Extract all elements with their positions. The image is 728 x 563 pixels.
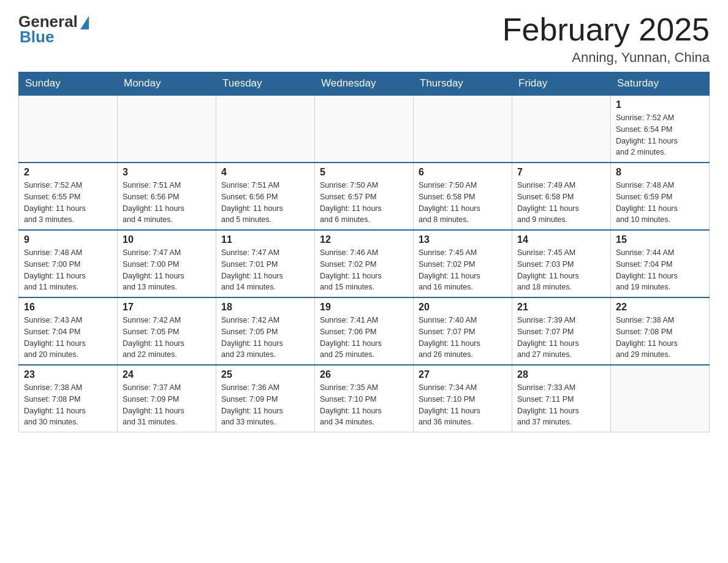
logo-triangle-icon (80, 16, 89, 29)
day-info: Sunrise: 7:51 AMSunset: 6:56 PMDaylight:… (123, 180, 211, 226)
day-info: Sunrise: 7:41 AMSunset: 7:06 PMDaylight:… (320, 315, 408, 361)
day-number: 26 (320, 369, 408, 380)
calendar-cell: 8Sunrise: 7:48 AMSunset: 6:59 PMDaylight… (611, 163, 710, 230)
day-number: 7 (517, 167, 605, 178)
weekday-header-sunday: Sunday (19, 72, 118, 96)
calendar-cell: 16Sunrise: 7:43 AMSunset: 7:04 PMDayligh… (19, 297, 118, 365)
calendar-cell: 12Sunrise: 7:46 AMSunset: 7:02 PMDayligh… (315, 230, 414, 297)
weekday-header-wednesday: Wednesday (315, 72, 414, 96)
weekday-header-tuesday: Tuesday (216, 72, 315, 96)
day-number: 14 (517, 234, 605, 245)
calendar-cell: 22Sunrise: 7:38 AMSunset: 7:08 PMDayligh… (611, 297, 710, 365)
calendar-cell: 28Sunrise: 7:33 AMSunset: 7:11 PMDayligh… (512, 365, 611, 432)
calendar-cell: 27Sunrise: 7:34 AMSunset: 7:10 PMDayligh… (414, 365, 512, 432)
day-number: 12 (320, 234, 408, 245)
logo: General Blue (18, 12, 89, 47)
day-number: 10 (123, 234, 211, 245)
day-number: 27 (419, 369, 507, 380)
day-number: 23 (24, 369, 112, 380)
day-number: 9 (24, 234, 112, 245)
calendar-cell: 24Sunrise: 7:37 AMSunset: 7:09 PMDayligh… (118, 365, 216, 432)
calendar-cell (611, 365, 710, 432)
day-info: Sunrise: 7:52 AMSunset: 6:55 PMDaylight:… (24, 180, 112, 226)
title-area: February 2025 Anning, Yunnan, China (502, 12, 710, 66)
day-info: Sunrise: 7:37 AMSunset: 7:09 PMDaylight:… (123, 382, 211, 428)
day-number: 19 (320, 302, 408, 313)
calendar-cell: 21Sunrise: 7:39 AMSunset: 7:07 PMDayligh… (512, 297, 611, 365)
day-number: 20 (419, 302, 507, 313)
calendar-table: SundayMondayTuesdayWednesdayThursdayFrid… (18, 72, 710, 432)
day-info: Sunrise: 7:46 AMSunset: 7:02 PMDaylight:… (320, 247, 408, 293)
day-number: 6 (419, 167, 507, 178)
day-number: 4 (221, 167, 309, 178)
day-number: 13 (419, 234, 507, 245)
day-number: 3 (123, 167, 211, 178)
weekday-header-friday: Friday (512, 72, 611, 96)
day-number: 15 (616, 234, 704, 245)
weekday-header-row: SundayMondayTuesdayWednesdayThursdayFrid… (19, 72, 710, 96)
calendar-cell: 4Sunrise: 7:51 AMSunset: 6:56 PMDaylight… (216, 163, 315, 230)
day-info: Sunrise: 7:40 AMSunset: 7:07 PMDaylight:… (419, 315, 507, 361)
day-info: Sunrise: 7:47 AMSunset: 7:01 PMDaylight:… (221, 247, 309, 293)
calendar-cell (118, 95, 216, 163)
calendar-cell: 9Sunrise: 7:48 AMSunset: 7:00 PMDaylight… (19, 230, 118, 297)
day-number: 5 (320, 167, 408, 178)
calendar-cell (19, 95, 118, 163)
day-number: 17 (123, 302, 211, 313)
day-info: Sunrise: 7:42 AMSunset: 7:05 PMDaylight:… (221, 315, 309, 361)
day-info: Sunrise: 7:43 AMSunset: 7:04 PMDaylight:… (24, 315, 112, 361)
calendar-cell: 23Sunrise: 7:38 AMSunset: 7:08 PMDayligh… (19, 365, 118, 432)
location-text: Anning, Yunnan, China (502, 50, 710, 66)
calendar-cell: 26Sunrise: 7:35 AMSunset: 7:10 PMDayligh… (315, 365, 414, 432)
day-number: 22 (616, 302, 704, 313)
calendar-cell: 15Sunrise: 7:44 AMSunset: 7:04 PMDayligh… (611, 230, 710, 297)
weekday-header-monday: Monday (118, 72, 216, 96)
day-number: 8 (616, 167, 704, 178)
calendar-cell: 10Sunrise: 7:47 AMSunset: 7:00 PMDayligh… (118, 230, 216, 297)
day-info: Sunrise: 7:38 AMSunset: 7:08 PMDaylight:… (616, 315, 704, 361)
day-info: Sunrise: 7:35 AMSunset: 7:10 PMDaylight:… (320, 382, 408, 428)
day-info: Sunrise: 7:45 AMSunset: 7:03 PMDaylight:… (517, 247, 605, 293)
day-info: Sunrise: 7:50 AMSunset: 6:57 PMDaylight:… (320, 180, 408, 226)
calendar-cell (216, 95, 315, 163)
day-info: Sunrise: 7:48 AMSunset: 7:00 PMDaylight:… (24, 247, 112, 293)
day-number: 28 (517, 369, 605, 380)
day-info: Sunrise: 7:34 AMSunset: 7:10 PMDaylight:… (419, 382, 507, 428)
day-info: Sunrise: 7:36 AMSunset: 7:09 PMDaylight:… (221, 382, 309, 428)
calendar-cell: 7Sunrise: 7:49 AMSunset: 6:58 PMDaylight… (512, 163, 611, 230)
calendar-cell (512, 95, 611, 163)
day-number: 16 (24, 302, 112, 313)
calendar-cell: 11Sunrise: 7:47 AMSunset: 7:01 PMDayligh… (216, 230, 315, 297)
day-number: 2 (24, 167, 112, 178)
calendar-cell (315, 95, 414, 163)
day-number: 21 (517, 302, 605, 313)
calendar-cell: 17Sunrise: 7:42 AMSunset: 7:05 PMDayligh… (118, 297, 216, 365)
calendar-cell: 25Sunrise: 7:36 AMSunset: 7:09 PMDayligh… (216, 365, 315, 432)
calendar-week-row: 23Sunrise: 7:38 AMSunset: 7:08 PMDayligh… (19, 365, 710, 432)
calendar-week-row: 1Sunrise: 7:52 AMSunset: 6:54 PMDaylight… (19, 95, 710, 163)
month-title: February 2025 (502, 12, 710, 47)
day-info: Sunrise: 7:44 AMSunset: 7:04 PMDaylight:… (616, 247, 704, 293)
weekday-header-thursday: Thursday (414, 72, 512, 96)
calendar-cell: 6Sunrise: 7:50 AMSunset: 6:58 PMDaylight… (414, 163, 512, 230)
day-info: Sunrise: 7:47 AMSunset: 7:00 PMDaylight:… (123, 247, 211, 293)
calendar-cell: 2Sunrise: 7:52 AMSunset: 6:55 PMDaylight… (19, 163, 118, 230)
weekday-header-saturday: Saturday (611, 72, 710, 96)
calendar-cell: 20Sunrise: 7:40 AMSunset: 7:07 PMDayligh… (414, 297, 512, 365)
calendar-cell: 14Sunrise: 7:45 AMSunset: 7:03 PMDayligh… (512, 230, 611, 297)
day-number: 11 (221, 234, 309, 245)
calendar-week-row: 16Sunrise: 7:43 AMSunset: 7:04 PMDayligh… (19, 297, 710, 365)
calendar-cell: 3Sunrise: 7:51 AMSunset: 6:56 PMDaylight… (118, 163, 216, 230)
calendar-cell: 5Sunrise: 7:50 AMSunset: 6:57 PMDaylight… (315, 163, 414, 230)
day-info: Sunrise: 7:42 AMSunset: 7:05 PMDaylight:… (123, 315, 211, 361)
calendar-cell: 19Sunrise: 7:41 AMSunset: 7:06 PMDayligh… (315, 297, 414, 365)
day-info: Sunrise: 7:39 AMSunset: 7:07 PMDaylight:… (517, 315, 605, 361)
day-info: Sunrise: 7:51 AMSunset: 6:56 PMDaylight:… (221, 180, 309, 226)
calendar-week-row: 2Sunrise: 7:52 AMSunset: 6:55 PMDaylight… (19, 163, 710, 230)
day-number: 18 (221, 302, 309, 313)
logo-blue-text: Blue (20, 28, 54, 47)
day-info: Sunrise: 7:38 AMSunset: 7:08 PMDaylight:… (24, 382, 112, 428)
calendar-cell (414, 95, 512, 163)
calendar-cell: 13Sunrise: 7:45 AMSunset: 7:02 PMDayligh… (414, 230, 512, 297)
calendar-cell: 1Sunrise: 7:52 AMSunset: 6:54 PMDaylight… (611, 95, 710, 163)
